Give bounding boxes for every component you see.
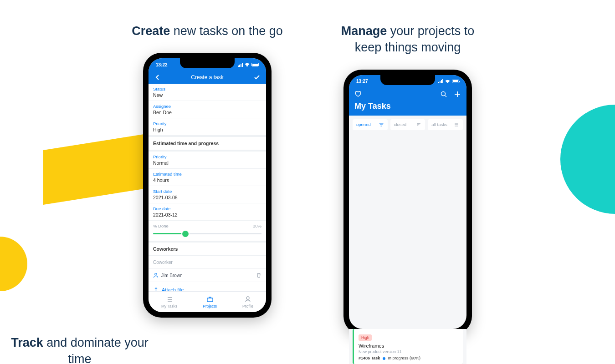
task-card[interactable]: High Wireframes New product version 11 #… xyxy=(353,329,463,364)
battery-icon xyxy=(452,80,459,83)
menu-icon xyxy=(454,122,459,127)
coworkers-header: Coworkers xyxy=(149,243,266,256)
phone-frame-1: 13:22 Create a task StatusNew AssigneeBe… xyxy=(143,53,272,318)
filter-closed[interactable]: closed xyxy=(390,119,425,130)
tab-my-tasks[interactable]: My Tasks xyxy=(161,296,177,308)
coworker-row[interactable]: Jim Brown xyxy=(149,268,266,282)
phone-frame-2: 13:27 My Tasks o xyxy=(343,70,472,334)
search-icon[interactable] xyxy=(440,91,447,98)
card-title: Wireframes xyxy=(359,343,458,349)
priority-badge: High xyxy=(359,334,372,341)
status-time: 13:22 xyxy=(156,62,168,67)
tab-projects[interactable]: Projects xyxy=(203,296,217,308)
tab-profile[interactable]: Profile xyxy=(242,296,253,308)
wifi-icon xyxy=(245,63,250,66)
percent-done-slider[interactable]: % Done30% xyxy=(149,221,266,243)
trash-icon[interactable] xyxy=(256,273,261,278)
tab-bar: My Tasks Projects Profile xyxy=(149,291,266,312)
svg-rect-1 xyxy=(207,298,213,302)
svg-point-0 xyxy=(155,273,157,276)
field-estimated-time[interactable]: Estimated time4 hours xyxy=(149,169,266,186)
back-icon[interactable] xyxy=(154,74,161,81)
user-icon xyxy=(244,296,251,303)
signal-icon xyxy=(438,79,443,83)
field-due-date[interactable]: Due date2021-03-12 xyxy=(149,203,266,221)
list-icon xyxy=(166,296,173,303)
filter-icon xyxy=(379,122,384,127)
nav-header: Create a task xyxy=(149,71,266,84)
filter-opened[interactable]: opened xyxy=(353,119,388,130)
field-assignee[interactable]: AssigneeBen Doe xyxy=(149,101,266,118)
attach-file-button[interactable]: Attach file xyxy=(149,282,266,291)
sort-icon xyxy=(416,122,421,127)
header-title: Create a task xyxy=(161,74,253,81)
page-title: My Tasks xyxy=(354,101,461,111)
section-header: Estimated time and progress xyxy=(149,137,266,152)
signal-icon xyxy=(238,63,243,67)
field-status[interactable]: StatusNew xyxy=(149,84,266,101)
battery-icon xyxy=(251,63,259,66)
field-start-date[interactable]: Start date2021-03-08 xyxy=(149,186,266,203)
headline-1: Create new tasks on the go xyxy=(132,23,283,39)
coworker-input[interactable]: Coworker xyxy=(149,256,266,268)
field-priority[interactable]: PriorityHigh xyxy=(149,118,266,137)
field-priority-2[interactable]: PriorityNormal xyxy=(149,152,266,169)
headline-3: Track and dominate your time xyxy=(0,334,159,364)
svg-point-2 xyxy=(246,297,249,299)
confirm-icon[interactable] xyxy=(253,74,261,81)
wifi-icon xyxy=(445,80,450,83)
briefcase-icon xyxy=(206,296,214,303)
svg-point-3 xyxy=(441,91,446,96)
heart-icon[interactable] xyxy=(354,91,362,98)
status-time: 13:27 xyxy=(356,79,368,84)
card-subtitle: New product version 11 xyxy=(359,349,458,354)
filter-all[interactable]: all tasks xyxy=(428,119,463,130)
upload-icon xyxy=(153,287,159,291)
headline-2: Manage your projects to keep things movi… xyxy=(328,23,487,56)
filter-row: opened closed all tasks xyxy=(349,116,466,134)
plus-icon[interactable] xyxy=(454,91,461,98)
task-cards: High Wireframes New product version 11 #… xyxy=(349,329,466,364)
user-icon xyxy=(153,273,159,278)
card-meta: #1486 Task In progress (60%) xyxy=(359,356,458,360)
nav-header: My Tasks xyxy=(349,88,466,116)
